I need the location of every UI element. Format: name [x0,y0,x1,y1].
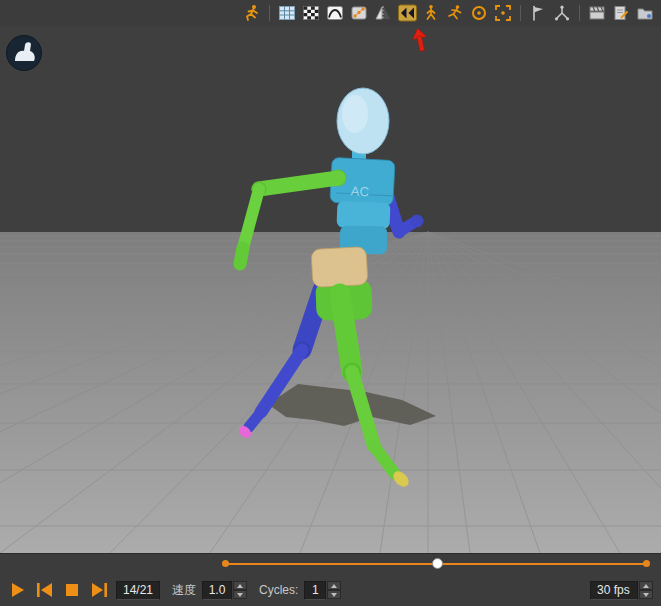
toolbar-separator [579,5,580,21]
timeline-handle[interactable] [432,558,443,569]
scene-export-icon [612,4,630,22]
step-forward-icon [90,582,108,598]
timeline-start-dot [222,560,229,567]
toolbar-button-mirror[interactable] [372,2,394,24]
grid-icon [278,4,296,22]
step-back-icon [36,582,54,598]
toolbar-button-frame-target[interactable] [492,2,514,24]
playback-controls: 14/21 速度 Cycles: 30 fps [0,574,661,606]
fps-decrement-button[interactable] [639,590,653,599]
app-window: AC [0,0,661,606]
arrow-down-icon [643,593,649,597]
character-chest-label: AC [350,183,369,199]
cycles-input[interactable] [304,581,326,600]
cycles-input-group [304,581,341,600]
speed-input[interactable] [202,581,232,600]
arrow-up-icon [331,584,337,588]
stop-button[interactable] [62,582,82,598]
character-head [337,88,389,154]
fps-value[interactable]: 30 fps [590,581,638,600]
play-button[interactable] [8,582,28,598]
toolbar-button-pivot-gimbal[interactable] [348,2,370,24]
pivot-gimbal-icon [350,4,368,22]
rig-tree-icon [553,4,571,22]
scene-canvas: AC [0,26,661,553]
toolbar-button-clapperboard[interactable] [586,2,608,24]
toolbar-button-physics-ball[interactable] [468,2,490,24]
speed-label: 速度 [172,582,196,599]
walk-cycle-icon [422,4,440,22]
toolbar-button-scene-folder[interactable] [634,2,656,24]
playback-bar: 14/21 速度 Cycles: 30 fps [0,553,661,606]
step-forward-button[interactable] [88,582,110,598]
character-pelvis [311,247,368,288]
toolbar-button-render-checker[interactable] [300,2,322,24]
cycles-decrement-button[interactable] [327,590,341,599]
top-toolbar [0,0,661,26]
sky-background [0,26,661,232]
fps-control: 30 fps [590,581,653,600]
fps-increment-button[interactable] [639,581,653,590]
speed-decrement-button[interactable] [233,590,247,599]
animation-character-icon [243,4,261,22]
arrow-up-icon [643,584,649,588]
physics-ball-icon [470,4,488,22]
frame-target-icon [494,4,512,22]
arrow-down-icon [331,593,337,597]
toolbar-button-rewind-double-arrow[interactable] [396,2,418,24]
toolbar-separator [269,5,270,21]
speed-input-group [202,581,247,600]
scene-folder-icon [636,4,654,22]
run-cycle-icon [446,4,464,22]
play-icon [10,582,26,598]
toolbar-button-flag[interactable] [527,2,549,24]
speed-increment-button[interactable] [233,581,247,590]
step-back-button[interactable] [34,582,56,598]
toolbar-button-animation-character[interactable] [241,2,263,24]
toolbar-button-grid[interactable] [276,2,298,24]
cycles-label: Cycles: [259,583,298,597]
muscle-strength-icon[interactable] [5,34,43,72]
toolbar-button-curve-editor[interactable] [324,2,346,24]
toolbar-button-scene-export[interactable] [610,2,632,24]
viewport-3d[interactable]: AC [0,26,661,553]
toolbar-separator [520,5,521,21]
timeline-end-dot [643,560,650,567]
clapperboard-icon [588,4,606,22]
timeline[interactable] [0,554,661,574]
curve-editor-icon [326,4,344,22]
flag-icon [529,4,547,22]
mirror-icon [374,4,392,22]
frame-counter[interactable]: 14/21 [116,581,160,600]
render-checker-icon [302,4,320,22]
toolbar-icon-group [241,2,656,24]
cycles-increment-button[interactable] [327,581,341,590]
rewind-double-arrow-icon [398,4,417,22]
stop-icon [64,582,80,598]
arrow-down-icon [237,593,243,597]
toolbar-button-rig-tree[interactable] [551,2,573,24]
arrow-up-icon [237,584,243,588]
toolbar-button-walk-cycle[interactable] [420,2,442,24]
toolbar-button-run-cycle[interactable] [444,2,466,24]
red-annotation-arrow [405,27,435,54]
